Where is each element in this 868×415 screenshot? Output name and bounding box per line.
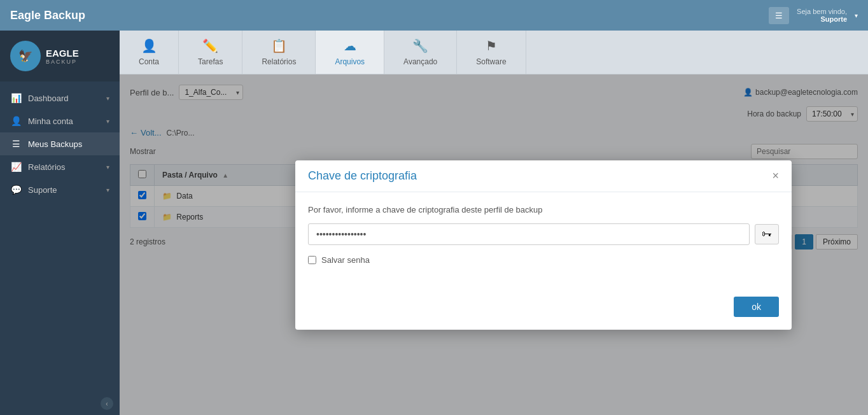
menu-icon[interactable]: ☰ — [769, 7, 789, 24]
suporte-chevron-icon: ▾ — [106, 186, 109, 193]
modal-checkbox-row: Salvar senha — [308, 255, 779, 265]
key-icon-button[interactable]: 🗝 — [755, 224, 779, 244]
avancado-tab-icon: 🔧 — [412, 38, 428, 53]
tab-tarefas[interactable]: ✏️ Tarefas — [179, 31, 242, 74]
arquivos-tab-icon: ☁ — [344, 38, 356, 53]
conta-tab-icon: 👤 — [141, 38, 157, 53]
dashboard-chevron-icon: ▾ — [106, 95, 109, 102]
modal-footer: ok — [295, 290, 792, 330]
topbar-right: ☰ Seja bem vindo, Suporte ▾ — [769, 7, 858, 24]
main: 👤 Conta ✏️ Tarefas 📋 Relatórios ☁ Arquiv… — [120, 31, 868, 415]
suporte-icon: 💬 — [10, 185, 22, 195]
collapse-btn[interactable]: ‹ — [101, 397, 113, 410]
sidebar: 🦅 EAGLE BACKUP 📊 Dashboard ▾ 👤 Minha con… — [0, 31, 120, 415]
sidebar-item-dashboard[interactable]: 📊 Dashboard ▾ — [0, 87, 120, 109]
sidebar-item-minha-conta[interactable]: 👤 Minha conta ▾ — [0, 109, 120, 132]
tab-relatorios[interactable]: 📋 Relatórios — [242, 31, 316, 74]
tarefas-tab-icon: ✏️ — [202, 38, 218, 53]
tab-avancado[interactable]: 🔧 Avançado — [384, 31, 457, 74]
save-password-label: Salvar senha — [321, 255, 370, 265]
modal-close-button[interactable]: × — [772, 169, 779, 183]
user-chevron-icon[interactable]: ▾ — [855, 12, 858, 19]
modal-title: Chave de criptografia — [308, 169, 417, 183]
tab-label-relatorios: Relatórios — [262, 57, 296, 66]
topbar: Eagle Backup ☰ Seja bem vindo, Suporte ▾ — [0, 0, 868, 31]
dashboard-icon: 📊 — [10, 93, 22, 103]
ok-button[interactable]: ok — [734, 297, 779, 317]
minha-conta-chevron-icon: ▾ — [106, 118, 109, 125]
software-tab-icon: ⚑ — [486, 38, 497, 53]
relatorios-icon: 📈 — [10, 162, 22, 172]
modal-description: Por favor, informe a chave de criptograf… — [308, 205, 779, 215]
tab-label-arquivos: Arquivos — [335, 57, 365, 66]
sidebar-label-meus-backups: Meus Backups — [28, 139, 82, 149]
logo-image: 🦅 — [10, 41, 41, 71]
logo-text-block: EAGLE BACKUP — [46, 48, 79, 65]
sidebar-item-suporte[interactable]: 💬 Suporte ▾ — [0, 178, 120, 201]
tab-arquivos[interactable]: ☁ Arquivos — [316, 31, 384, 74]
tab-label-software: Software — [476, 57, 506, 66]
modal-dialog: Chave de criptografia × Por favor, infor… — [295, 160, 792, 330]
sidebar-label-relatorios: Relatórios — [28, 162, 66, 172]
content-area: Perfil de b... 1_Alfa_Co... 👤 backup@eag… — [120, 74, 868, 415]
modal-body: Por favor, informe a chave de criptograf… — [295, 192, 792, 290]
username-label: Suporte — [820, 15, 847, 23]
sidebar-logo: 🦅 EAGLE BACKUP — [0, 31, 120, 81]
crypto-key-input[interactable] — [308, 223, 750, 245]
relatorios-tab-icon: 📋 — [271, 38, 287, 53]
meus-backups-icon: ☰ — [10, 139, 22, 149]
logo-text: EAGLE — [46, 48, 79, 59]
tabbar: 👤 Conta ✏️ Tarefas 📋 Relatórios ☁ Arquiv… — [120, 31, 868, 74]
modal-header: Chave de criptografia × — [295, 160, 792, 192]
app-title: Eagle Backup — [10, 9, 85, 22]
layout: 🦅 EAGLE BACKUP 📊 Dashboard ▾ 👤 Minha con… — [0, 31, 868, 415]
sidebar-label-minha-conta: Minha conta — [28, 116, 73, 126]
sidebar-item-meus-backups[interactable]: ☰ Meus Backups — [0, 132, 120, 155]
topbar-user: Seja bem vindo, Suporte — [797, 8, 847, 23]
tab-label-conta: Conta — [139, 57, 159, 66]
logo-subtext: BACKUP — [46, 59, 79, 65]
minha-conta-icon: 👤 — [10, 116, 22, 126]
sidebar-label-suporte: Suporte — [28, 185, 57, 195]
modal-input-row: 🗝 — [308, 223, 779, 245]
tab-label-avancado: Avançado — [403, 57, 437, 66]
tab-software[interactable]: ⚑ Software — [457, 31, 526, 74]
welcome-label: Seja bem vindo, — [797, 8, 847, 15]
sidebar-collapse[interactable]: ‹ — [0, 392, 120, 415]
sidebar-label-dashboard: Dashboard — [28, 94, 69, 103]
tab-conta[interactable]: 👤 Conta — [120, 31, 179, 74]
relatorios-chevron-icon: ▾ — [106, 164, 109, 171]
tab-label-tarefas: Tarefas — [198, 57, 223, 66]
save-password-checkbox[interactable] — [308, 256, 316, 264]
sidebar-item-relatorios[interactable]: 📈 Relatórios ▾ — [0, 155, 120, 178]
sidebar-nav: 📊 Dashboard ▾ 👤 Minha conta ▾ ☰ Meus Bac… — [0, 81, 120, 392]
